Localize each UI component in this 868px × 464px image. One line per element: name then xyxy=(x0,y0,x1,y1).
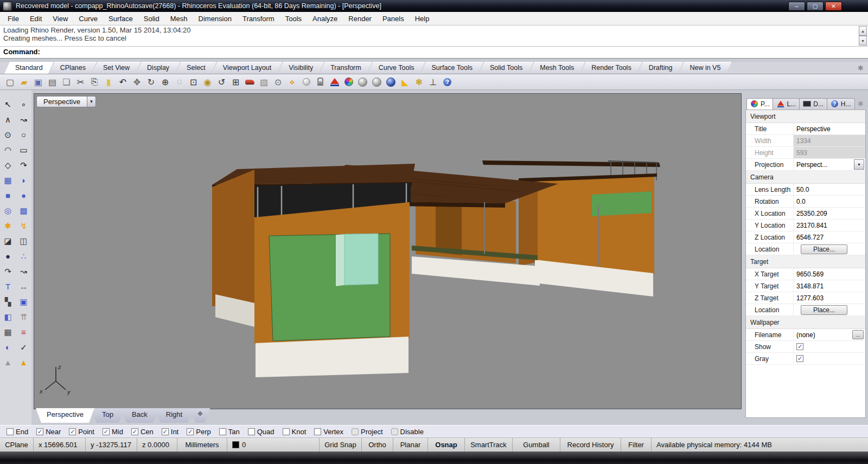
toolbar-tab-set-view[interactable]: Set View xyxy=(92,62,141,74)
scroll-down-icon[interactable]: ▼ xyxy=(859,36,867,46)
status-filter[interactable]: Filter xyxy=(621,438,652,452)
osnap-end-checkbox[interactable] xyxy=(7,428,14,435)
toolbar-tab-mesh-tools[interactable]: Mesh Tools xyxy=(529,62,585,74)
value-text[interactable]: 50.0 xyxy=(796,186,809,194)
explode-tool-icon[interactable]: ↯ xyxy=(16,220,31,231)
lightbulb-icon[interactable] xyxy=(301,76,312,88)
box-tool-icon[interactable]: ■ xyxy=(0,190,16,201)
move-tool-icon[interactable]: ↔ xyxy=(16,281,31,292)
patch-tool-icon[interactable]: ▩ xyxy=(16,205,31,216)
browse-button[interactable]: ... xyxy=(852,330,864,339)
value-text[interactable]: 1277.603 xyxy=(796,294,824,302)
toolbar-tab-curve-tools[interactable]: Curve Tools xyxy=(368,62,425,74)
point-tool-icon[interactable]: ∘ xyxy=(16,99,31,110)
toolbar-tab-render-tools[interactable]: Render Tools xyxy=(580,62,642,74)
dimension-icon[interactable]: ⊥ xyxy=(427,76,439,88)
print-icon[interactable]: ▤ xyxy=(47,76,58,88)
cap-tool-icon[interactable]: ▲ xyxy=(0,357,16,368)
menu-panels[interactable]: Panels xyxy=(377,13,410,24)
toolbar-tab-visibility[interactable]: Visibility xyxy=(278,62,324,74)
toolbar-tab-transform[interactable]: Transform xyxy=(320,62,372,74)
boolean-union-tool-icon[interactable]: ● xyxy=(0,250,16,262)
viewport-title-menu[interactable]: Perspective ▼ xyxy=(36,96,96,107)
menu-curve[interactable]: Curve xyxy=(73,13,103,24)
undo-view-icon[interactable]: ↺ xyxy=(216,76,227,88)
minimize-button[interactable]: – xyxy=(788,2,805,11)
lock-icon[interactable] xyxy=(315,76,326,88)
toolbar-options-icon[interactable]: ✱ xyxy=(858,64,864,72)
show-checkbox[interactable]: ✓ xyxy=(796,343,803,350)
status-smarttrack[interactable]: SmartTrack xyxy=(465,438,513,452)
open-file-icon[interactable]: ▰ xyxy=(18,76,30,88)
menu-file[interactable]: File xyxy=(2,13,24,24)
perspective-viewport[interactable]: Perspective ▼ xyxy=(34,93,742,409)
array-tool-icon[interactable]: ▦ xyxy=(0,326,16,338)
osnap-near-checkbox[interactable]: ✓ xyxy=(36,428,43,435)
surface-bend-tool-icon[interactable]: ◗ xyxy=(16,175,31,186)
rectangle-tool-icon[interactable]: ▭ xyxy=(16,144,31,156)
viewport-tab-top[interactable]: Top xyxy=(91,408,124,423)
named-view-car-icon[interactable] xyxy=(244,76,256,88)
panel-tab-help[interactable]: H... xyxy=(827,98,855,109)
status-gumball[interactable]: Gumball xyxy=(513,438,560,452)
toolbar-tab-standard[interactable]: Standard xyxy=(4,62,54,74)
zoom-in-icon[interactable]: ⊕ xyxy=(159,76,171,88)
osnap-point-checkbox[interactable]: ✓ xyxy=(69,428,76,435)
boolean-split-tool-icon[interactable]: ◧ xyxy=(0,311,16,323)
flow-tool-icon[interactable]: ◐ xyxy=(0,341,16,353)
menu-help[interactable]: Help xyxy=(410,13,435,24)
shaded-view-icon[interactable] xyxy=(385,76,397,88)
viewport-tab-perspective[interactable]: Perspective xyxy=(36,408,94,423)
value-text[interactable]: 25350.209 xyxy=(796,210,827,217)
sphere-tool-icon[interactable]: ● xyxy=(16,190,31,201)
osnap-quad-checkbox[interactable] xyxy=(248,428,255,435)
menu-view[interactable]: View xyxy=(47,13,73,24)
value-text[interactable]: 9650.569 xyxy=(796,270,824,278)
plugin-tool-icon[interactable]: ✱ xyxy=(0,220,16,231)
menu-analyze[interactable]: Analyze xyxy=(307,13,343,24)
panel-tab-display[interactable]: D... xyxy=(799,98,827,109)
cone-tool-icon[interactable]: ▲ xyxy=(16,357,31,368)
ellipse-tool-icon[interactable]: ○ xyxy=(16,129,31,140)
split-tool-icon[interactable]: ◫ xyxy=(16,235,31,247)
command-scrollbar[interactable]: ▲ ▼ xyxy=(859,26,867,46)
viewport-title-label[interactable]: Perspective xyxy=(36,96,87,107)
menu-mesh[interactable]: Mesh xyxy=(165,13,193,24)
status-record-history[interactable]: Record History xyxy=(560,438,621,452)
chevron-down-icon[interactable]: ▼ xyxy=(87,96,96,107)
panel-tab-properties[interactable]: P... xyxy=(746,98,773,109)
value-text[interactable]: 23170.841 xyxy=(796,222,827,229)
status-layer[interactable]: 0 xyxy=(227,438,320,452)
menu-edit[interactable]: Edit xyxy=(24,13,47,24)
osnap-int-checkbox[interactable]: ✓ xyxy=(162,428,169,435)
toolbar-tab-surface-tools[interactable]: Surface Tools xyxy=(420,62,483,74)
toolbar-tab-viewport-layout[interactable]: Viewport Layout xyxy=(212,62,282,74)
curve-tool-icon[interactable]: ↝ xyxy=(16,114,31,125)
osnap-knot-checkbox[interactable] xyxy=(283,428,290,435)
toolbar-tab-solid-tools[interactable]: Solid Tools xyxy=(479,62,533,74)
status-grid-snap[interactable]: Grid Snap xyxy=(320,438,362,452)
select-tool-icon[interactable]: ↖ xyxy=(0,99,16,110)
place--button[interactable]: Place... xyxy=(801,244,847,254)
pan-hand-icon[interactable]: ✥ xyxy=(131,76,143,88)
cut-icon[interactable]: ✂ xyxy=(75,76,86,88)
gray-checkbox[interactable]: ✓ xyxy=(796,355,803,362)
value-text[interactable]: 0.0 xyxy=(796,198,806,205)
viewport-tab-back[interactable]: Back xyxy=(121,408,158,423)
mirror-tool-icon[interactable]: ▣ xyxy=(16,296,31,307)
zoom-dynamic-icon[interactable]: ◌ xyxy=(174,76,185,88)
new-file-icon[interactable]: ▢ xyxy=(4,76,16,88)
copy-icon[interactable]: ⎘ xyxy=(89,76,100,88)
menu-surface[interactable]: Surface xyxy=(103,13,138,24)
scroll-up-icon[interactable]: ▲ xyxy=(859,26,867,36)
render-icon[interactable] xyxy=(329,76,340,88)
boolean-difference-tool-icon[interactable]: ∴ xyxy=(16,250,31,262)
chevron-down-icon[interactable]: ▼ xyxy=(854,159,864,170)
paste-icon[interactable]: ▮ xyxy=(103,76,114,88)
new-viewport-tab-icon[interactable]: ✥ xyxy=(190,408,210,423)
annotate-icon[interactable]: ⋄ xyxy=(286,76,298,88)
save-icon[interactable]: ▣ xyxy=(33,76,44,88)
place--button[interactable]: Place... xyxy=(801,305,847,315)
osnap-disable-checkbox[interactable] xyxy=(391,428,398,435)
arc-tool-icon[interactable]: ◠ xyxy=(0,144,16,156)
